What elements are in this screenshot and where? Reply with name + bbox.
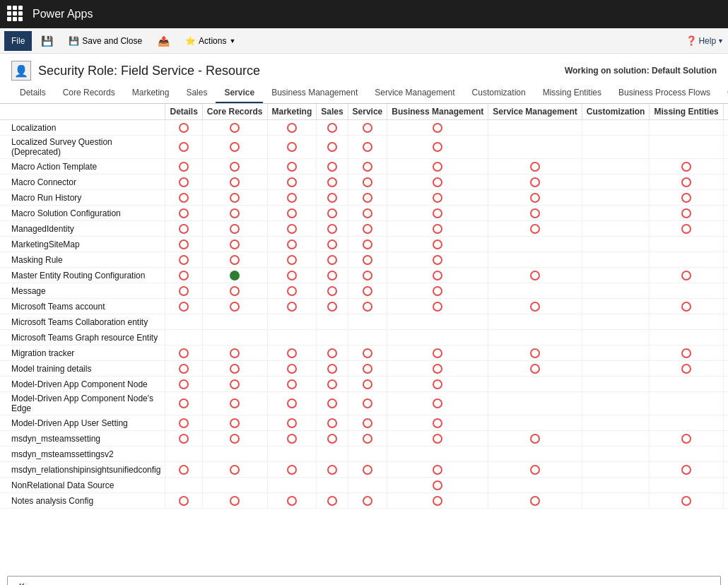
permission-cell[interactable] (488, 415, 582, 431)
permission-cell[interactable] (723, 478, 728, 493)
permission-cell[interactable] (165, 314, 202, 330)
permission-cell[interactable] (317, 252, 348, 268)
permission-cell[interactable] (202, 377, 267, 392)
permission-cell[interactable] (723, 159, 728, 175)
permission-cell[interactable] (582, 159, 650, 175)
tab-customization[interactable]: Customization (464, 83, 534, 103)
permission-cell[interactable] (317, 493, 348, 509)
actions-button[interactable]: ⭐ Actions ▼ (179, 31, 242, 51)
permission-cell[interactable] (202, 120, 267, 136)
save-close-button[interactable]: 💾 Save and Close (62, 31, 148, 51)
permission-cell[interactable] (317, 431, 348, 447)
permission-cell[interactable] (723, 431, 728, 447)
permission-cell[interactable] (582, 299, 650, 314)
permission-cell[interactable] (317, 268, 348, 283)
permission-cell[interactable] (582, 462, 650, 478)
permission-cell[interactable] (348, 237, 387, 252)
permission-cell[interactable] (317, 377, 348, 392)
permission-cell[interactable] (650, 462, 723, 478)
permission-cell[interactable] (202, 221, 267, 237)
permission-cell[interactable] (723, 237, 728, 252)
permission-cell[interactable] (348, 175, 387, 190)
permission-cell[interactable] (202, 190, 267, 206)
permission-cell[interactable] (723, 361, 728, 377)
permission-cell[interactable] (267, 120, 317, 136)
permission-cell[interactable] (650, 252, 723, 268)
tab-custom-entities[interactable]: Custom Entities (719, 83, 728, 103)
permission-cell[interactable] (202, 361, 267, 377)
permission-cell[interactable] (488, 190, 582, 206)
permission-cell[interactable] (165, 345, 202, 361)
permission-cell[interactable] (723, 330, 728, 345)
permission-cell[interactable] (723, 206, 728, 221)
permission-cell[interactable] (387, 252, 488, 268)
permission-cell[interactable] (650, 175, 723, 190)
permission-cell[interactable] (488, 431, 582, 447)
permission-cell[interactable] (267, 392, 317, 415)
permission-cell[interactable] (348, 314, 387, 330)
permission-cell[interactable] (165, 415, 202, 431)
permission-cell[interactable] (723, 447, 728, 462)
permission-cell[interactable] (317, 314, 348, 330)
permission-cell[interactable] (348, 159, 387, 175)
permission-cell[interactable] (723, 377, 728, 392)
permission-cell[interactable] (317, 462, 348, 478)
permission-cell[interactable] (650, 377, 723, 392)
permission-cell[interactable] (165, 120, 202, 136)
permission-cell[interactable] (723, 415, 728, 431)
permission-cell[interactable] (165, 431, 202, 447)
permission-cell[interactable] (650, 447, 723, 462)
tab-missing-entities[interactable]: Missing Entities (534, 83, 610, 103)
permission-cell[interactable] (202, 314, 267, 330)
permission-cell[interactable] (387, 268, 488, 283)
send-icon-button[interactable]: 📤 (151, 31, 176, 51)
permission-cell[interactable] (650, 299, 723, 314)
permission-cell[interactable] (582, 314, 650, 330)
permission-cell[interactable] (348, 268, 387, 283)
permission-cell[interactable] (387, 237, 488, 252)
permission-cell[interactable] (582, 120, 650, 136)
permission-cell[interactable] (317, 120, 348, 136)
permission-cell[interactable] (348, 431, 387, 447)
permission-cell[interactable] (650, 415, 723, 431)
permission-cell[interactable] (488, 221, 582, 237)
permission-cell[interactable] (267, 377, 317, 392)
permission-cell[interactable] (317, 299, 348, 314)
permission-cell[interactable] (317, 283, 348, 299)
tab-details[interactable]: Details (11, 83, 54, 103)
permission-cell[interactable] (317, 330, 348, 345)
permission-cell[interactable] (488, 283, 582, 299)
permission-cell[interactable] (723, 252, 728, 268)
permission-cell[interactable] (650, 431, 723, 447)
permission-cell[interactable] (387, 478, 488, 493)
permission-cell[interactable] (348, 283, 387, 299)
permission-cell[interactable] (267, 283, 317, 299)
permission-cell[interactable] (650, 268, 723, 283)
permission-cell[interactable] (267, 221, 317, 237)
permission-cell[interactable] (387, 136, 488, 159)
permission-cell[interactable] (488, 299, 582, 314)
permission-cell[interactable] (165, 252, 202, 268)
permission-cell[interactable] (165, 447, 202, 462)
permission-cell[interactable] (348, 252, 387, 268)
permission-cell[interactable] (723, 392, 728, 415)
permission-cell[interactable] (267, 175, 317, 190)
permission-cell[interactable] (267, 159, 317, 175)
permission-cell[interactable] (267, 361, 317, 377)
permission-cell[interactable] (165, 392, 202, 415)
permission-cell[interactable] (387, 206, 488, 221)
permission-cell[interactable] (650, 478, 723, 493)
permission-cell[interactable] (387, 330, 488, 345)
permission-cell[interactable] (202, 299, 267, 314)
permission-cell[interactable] (488, 136, 582, 159)
permission-cell[interactable] (582, 478, 650, 493)
tab-business-process-flows[interactable]: Business Process Flows (610, 83, 719, 103)
help-button[interactable]: ❓ Help ▼ (686, 35, 724, 46)
permission-cell[interactable] (317, 221, 348, 237)
permission-cell[interactable] (317, 159, 348, 175)
permission-cell[interactable] (202, 345, 267, 361)
permission-cell[interactable] (348, 136, 387, 159)
permission-cell[interactable] (165, 221, 202, 237)
permission-cell[interactable] (488, 237, 582, 252)
permission-cell[interactable] (267, 299, 317, 314)
